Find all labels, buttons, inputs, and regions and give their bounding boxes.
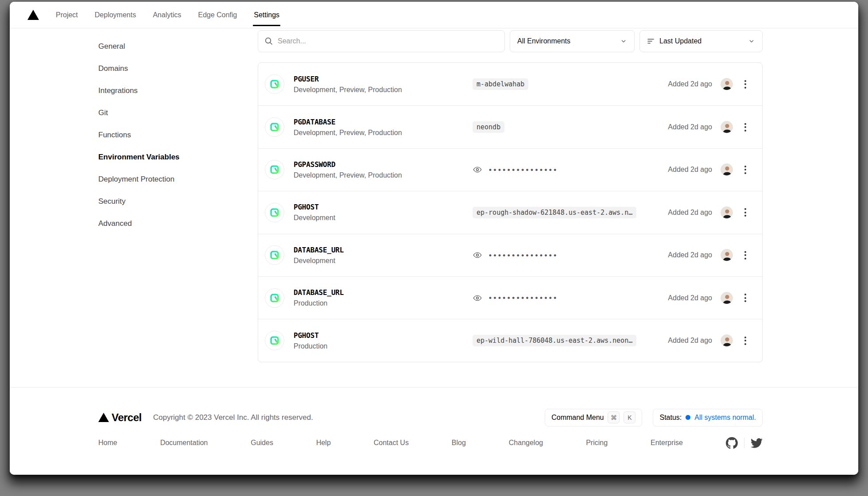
kebab-menu-icon[interactable] xyxy=(741,206,750,219)
footer-link-home[interactable]: Home xyxy=(98,439,117,447)
env-var-environments: Production xyxy=(294,342,473,350)
added-timestamp: Added 2d ago xyxy=(668,166,712,174)
settings-main: General Domains Integrations Git Functio… xyxy=(10,28,858,387)
command-menu-button[interactable]: Command Menu ⌘ K xyxy=(545,409,642,426)
search-box[interactable] xyxy=(258,30,505,52)
avatar xyxy=(721,292,733,304)
footer-link-pricing[interactable]: Pricing xyxy=(586,439,608,447)
sidebar-item-functions[interactable]: Functions xyxy=(98,124,258,146)
table-row: PGUSER Development, Preview, Production … xyxy=(258,63,762,105)
env-var-environments: Development xyxy=(294,257,473,265)
sort-icon xyxy=(647,38,655,45)
vercel-wordmark: Vercel xyxy=(112,411,142,424)
env-var-environments: Development, Preview, Production xyxy=(294,171,473,179)
command-key: ⌘ xyxy=(608,411,620,423)
kebab-menu-icon[interactable] xyxy=(741,121,750,133)
neon-integration-icon xyxy=(265,117,284,137)
env-var-name: DATABASE_URL xyxy=(294,288,473,297)
env-var-environments: Development, Preview, Production xyxy=(294,129,473,137)
kebab-menu-icon[interactable] xyxy=(741,78,750,90)
neon-integration-icon xyxy=(265,245,284,265)
tab-edge-config[interactable]: Edge Config xyxy=(198,2,237,28)
vercel-logo-icon[interactable] xyxy=(27,10,39,20)
hidden-value-dots: ••••••••••••••• xyxy=(489,166,558,174)
env-var-name: PGHOST xyxy=(294,331,473,340)
chevron-down-icon xyxy=(748,38,755,45)
kebab-menu-icon[interactable] xyxy=(741,292,750,304)
k-key: K xyxy=(624,411,636,423)
added-timestamp: Added 2d ago xyxy=(668,251,712,259)
kebab-menu-icon[interactable] xyxy=(741,334,750,347)
sidebar-item-general[interactable]: General xyxy=(98,35,258,58)
chevron-down-icon xyxy=(620,38,627,45)
social-divider xyxy=(744,438,744,448)
table-row: DATABASE_URL Development ••••••••••••••• xyxy=(258,234,762,276)
kebab-menu-icon[interactable] xyxy=(741,249,750,261)
sidebar-item-deployment-protection[interactable]: Deployment Protection xyxy=(98,168,258,190)
env-var-name: DATABASE_URL xyxy=(294,246,473,254)
table-row: PGPASSWORD Development, Preview, Product… xyxy=(258,148,762,191)
command-menu-label: Command Menu xyxy=(551,414,604,422)
environments-filter-dropdown[interactable]: All Environments xyxy=(510,30,635,52)
environments-filter-value: All Environments xyxy=(517,37,570,45)
avatar xyxy=(721,121,733,133)
sidebar-item-integrations[interactable]: Integrations xyxy=(98,80,258,102)
env-var-environments: Production xyxy=(294,299,473,307)
sidebar-item-environment-variables[interactable]: Environment Variables xyxy=(98,146,258,168)
env-variables-table: PGUSER Development, Preview, Production … xyxy=(258,62,763,362)
eye-icon[interactable] xyxy=(473,293,482,303)
tab-project[interactable]: Project xyxy=(56,2,78,28)
footer-link-documentation[interactable]: Documentation xyxy=(160,439,208,447)
settings-sidebar: General Domains Integrations Git Functio… xyxy=(98,28,258,387)
table-row: DATABASE_URL Production ••••••••••••••• xyxy=(258,276,762,319)
twitter-icon[interactable] xyxy=(751,437,763,449)
env-var-value-chip: neondb xyxy=(473,121,504,133)
added-timestamp: Added 2d ago xyxy=(668,209,712,217)
avatar xyxy=(721,78,733,90)
sidebar-item-security[interactable]: Security xyxy=(98,190,258,213)
avatar xyxy=(721,334,733,347)
sidebar-item-advanced[interactable]: Advanced xyxy=(98,213,258,235)
eye-icon[interactable] xyxy=(473,165,482,174)
footer-link-blog[interactable]: Blog xyxy=(452,439,466,447)
added-timestamp: Added 2d ago xyxy=(668,294,712,302)
sort-dropdown[interactable]: Last Updated xyxy=(639,30,763,52)
added-timestamp: Added 2d ago xyxy=(668,80,712,88)
added-timestamp: Added 2d ago xyxy=(668,337,712,345)
tab-analytics[interactable]: Analytics xyxy=(153,2,181,28)
footer-link-enterprise[interactable]: Enterprise xyxy=(651,439,683,447)
env-var-name: PGUSER xyxy=(294,75,473,83)
sidebar-item-git[interactable]: Git xyxy=(98,102,258,124)
table-row: PGDATABASE Development, Preview, Product… xyxy=(258,105,762,148)
site-footer: Vercel Copyright © 2023 Vercel Inc. All … xyxy=(10,387,858,475)
filter-toolbar: All Environments Last Updated xyxy=(258,30,763,52)
status-widget[interactable]: Status: All systems normal. xyxy=(653,409,763,426)
env-var-name: PGHOST xyxy=(294,203,473,211)
kebab-menu-icon[interactable] xyxy=(741,163,750,176)
sort-value: Last Updated xyxy=(659,37,701,45)
status-value: All systems normal. xyxy=(694,414,756,422)
env-var-value-chip: m-abdelwahab xyxy=(473,78,528,90)
added-timestamp: Added 2d ago xyxy=(668,123,712,131)
tab-deployments[interactable]: Deployments xyxy=(95,2,136,28)
environment-variables-content: All Environments Last Updated xyxy=(258,28,763,387)
top-navigation: Project Deployments Analytics Edge Confi… xyxy=(10,2,858,28)
footer-link-help[interactable]: Help xyxy=(316,439,331,447)
footer-link-guides[interactable]: Guides xyxy=(251,439,273,447)
neon-integration-icon xyxy=(265,288,284,308)
copyright-text: Copyright © 2023 Vercel Inc. All rights … xyxy=(153,413,313,422)
footer-link-changelog[interactable]: Changelog xyxy=(509,439,543,447)
avatar xyxy=(721,249,733,261)
status-dot-icon xyxy=(686,415,690,420)
tab-settings[interactable]: Settings xyxy=(254,2,279,28)
search-icon xyxy=(264,37,273,46)
hidden-value-dots: ••••••••••••••• xyxy=(489,294,558,302)
neon-integration-icon xyxy=(265,160,284,179)
eye-icon[interactable] xyxy=(473,250,482,260)
sidebar-item-domains[interactable]: Domains xyxy=(98,58,258,80)
github-icon[interactable] xyxy=(726,437,738,449)
footer-link-contact-us[interactable]: Contact Us xyxy=(374,439,409,447)
env-var-value-chip: ep-rough-shadow-621848.us-east-2.aws.n… xyxy=(473,207,636,218)
search-input[interactable] xyxy=(278,37,498,45)
browser-window: Project Deployments Analytics Edge Confi… xyxy=(10,2,858,475)
